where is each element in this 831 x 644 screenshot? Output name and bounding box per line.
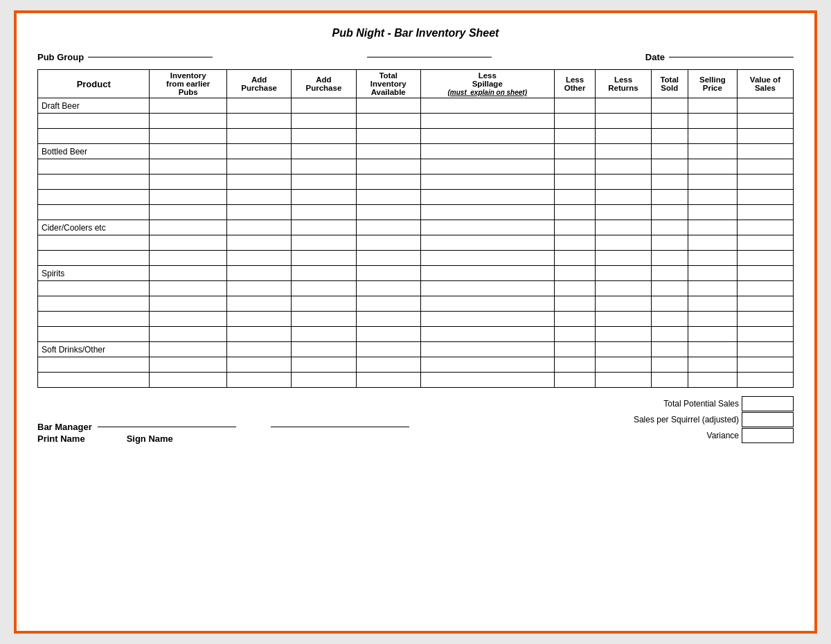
product-cell[interactable]: Bottled Beer: [38, 144, 150, 159]
data-cell[interactable]: [150, 98, 227, 114]
data-cell[interactable]: [420, 327, 554, 342]
data-cell[interactable]: [226, 357, 291, 373]
data-cell[interactable]: [226, 342, 291, 357]
data-cell[interactable]: [596, 175, 651, 190]
data-cell[interactable]: [737, 357, 793, 373]
data-cell[interactable]: [596, 281, 651, 296]
data-cell[interactable]: [737, 296, 793, 312]
data-cell[interactable]: [737, 159, 793, 175]
data-cell[interactable]: [226, 251, 291, 266]
data-cell[interactable]: [420, 251, 554, 266]
product-cell[interactable]: [38, 327, 150, 342]
data-cell[interactable]: [150, 175, 227, 190]
product-cell[interactable]: [38, 296, 150, 312]
data-cell[interactable]: [651, 190, 688, 205]
data-cell[interactable]: [651, 175, 688, 190]
data-cell[interactable]: [651, 159, 688, 175]
data-cell[interactable]: [688, 373, 737, 388]
data-cell[interactable]: [420, 114, 554, 129]
data-cell[interactable]: [356, 266, 420, 281]
data-cell[interactable]: [651, 327, 688, 342]
product-cell[interactable]: [38, 281, 150, 296]
data-cell[interactable]: [596, 235, 651, 251]
data-cell[interactable]: [420, 220, 554, 235]
data-cell[interactable]: [420, 235, 554, 251]
data-cell[interactable]: [688, 220, 737, 235]
data-cell[interactable]: [356, 312, 420, 327]
product-cell[interactable]: Draft Beer: [38, 98, 150, 114]
data-cell[interactable]: [554, 312, 596, 327]
data-cell[interactable]: [688, 159, 737, 175]
data-cell[interactable]: [420, 144, 554, 159]
data-cell[interactable]: [554, 159, 596, 175]
data-cell[interactable]: [596, 190, 651, 205]
data-cell[interactable]: [226, 373, 291, 388]
data-cell[interactable]: [292, 235, 356, 251]
data-cell[interactable]: [651, 98, 688, 114]
data-cell[interactable]: [356, 159, 420, 175]
data-cell[interactable]: [356, 357, 420, 373]
date-line[interactable]: [669, 57, 794, 57]
data-cell[interactable]: [688, 205, 737, 220]
product-cell[interactable]: [38, 312, 150, 327]
data-cell[interactable]: [292, 327, 356, 342]
bar-manager-sign-line[interactable]: [271, 427, 409, 427]
data-cell[interactable]: [226, 159, 291, 175]
data-cell[interactable]: [356, 144, 420, 159]
product-cell[interactable]: Cider/Coolers etc: [38, 220, 150, 235]
product-cell[interactable]: [38, 373, 150, 388]
data-cell[interactable]: [554, 220, 596, 235]
data-cell[interactable]: [356, 98, 420, 114]
data-cell[interactable]: [150, 235, 227, 251]
data-cell[interactable]: [554, 114, 596, 129]
data-cell[interactable]: [292, 296, 356, 312]
data-cell[interactable]: [737, 190, 793, 205]
variance-box[interactable]: [742, 428, 794, 443]
data-cell[interactable]: [737, 342, 793, 357]
data-cell[interactable]: [292, 205, 356, 220]
data-cell[interactable]: [420, 342, 554, 357]
data-cell[interactable]: [150, 327, 227, 342]
data-cell[interactable]: [651, 114, 688, 129]
product-cell[interactable]: [38, 251, 150, 266]
data-cell[interactable]: [292, 190, 356, 205]
data-cell[interactable]: [737, 266, 793, 281]
product-cell[interactable]: [38, 175, 150, 190]
data-cell[interactable]: [292, 129, 356, 144]
data-cell[interactable]: [226, 281, 291, 296]
data-cell[interactable]: [150, 190, 227, 205]
data-cell[interactable]: [737, 373, 793, 388]
data-cell[interactable]: [150, 373, 227, 388]
data-cell[interactable]: [150, 357, 227, 373]
data-cell[interactable]: [420, 373, 554, 388]
data-cell[interactable]: [356, 296, 420, 312]
data-cell[interactable]: [356, 190, 420, 205]
data-cell[interactable]: [688, 175, 737, 190]
data-cell[interactable]: [150, 296, 227, 312]
data-cell[interactable]: [651, 220, 688, 235]
data-cell[interactable]: [554, 266, 596, 281]
data-cell[interactable]: [356, 175, 420, 190]
data-cell[interactable]: [596, 251, 651, 266]
data-cell[interactable]: [737, 175, 793, 190]
data-cell[interactable]: [292, 114, 356, 129]
product-cell[interactable]: [38, 129, 150, 144]
data-cell[interactable]: [356, 327, 420, 342]
data-cell[interactable]: [226, 312, 291, 327]
data-cell[interactable]: [150, 281, 227, 296]
data-cell[interactable]: [737, 98, 793, 114]
data-cell[interactable]: [651, 357, 688, 373]
data-cell[interactable]: [596, 296, 651, 312]
data-cell[interactable]: [554, 357, 596, 373]
data-cell[interactable]: [420, 175, 554, 190]
data-cell[interactable]: [292, 159, 356, 175]
data-cell[interactable]: [651, 235, 688, 251]
data-cell[interactable]: [420, 357, 554, 373]
data-cell[interactable]: [688, 357, 737, 373]
data-cell[interactable]: [150, 114, 227, 129]
data-cell[interactable]: [292, 281, 356, 296]
data-cell[interactable]: [356, 281, 420, 296]
data-cell[interactable]: [226, 296, 291, 312]
data-cell[interactable]: [554, 342, 596, 357]
data-cell[interactable]: [737, 114, 793, 129]
